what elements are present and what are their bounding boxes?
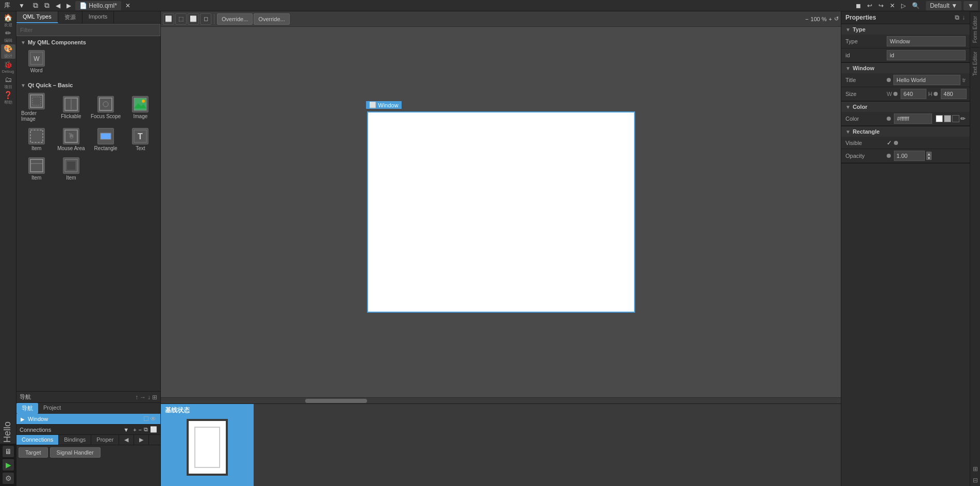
component-text[interactable]: T Text <box>124 125 157 154</box>
forward-btn[interactable]: ▶ <box>64 2 73 9</box>
color-section-header[interactable]: ▼ Color <box>841 102 970 112</box>
signal-handler-button[interactable]: Signal Handler <box>50 447 101 458</box>
vtool-project[interactable]: 🗂 项目 <box>1 75 15 90</box>
prop-input-id[interactable] <box>887 50 966 60</box>
menu-dropdown-arrow[interactable]: ▼ <box>16 2 27 9</box>
prop-input-type[interactable] <box>887 36 966 46</box>
component-word[interactable]: W Word <box>20 47 53 76</box>
zoom-out-btn[interactable]: − <box>805 16 808 22</box>
tab-resources[interactable]: 资源 <box>58 11 82 23</box>
zoom-in-btn[interactable]: + <box>829 16 832 22</box>
nav-arrow-up[interactable]: ↑ <box>135 394 138 401</box>
component-item[interactable]: Item <box>20 125 53 154</box>
override-btn-2[interactable]: Override... <box>254 13 289 25</box>
opacity-spin[interactable]: ▲ ▼ <box>926 152 932 160</box>
component-item2[interactable]: Item <box>20 155 53 183</box>
right-vtab-form-editor[interactable]: Form Editor <box>971 11 979 47</box>
component-image[interactable]: Image <box>124 90 157 124</box>
prop-visible-check[interactable]: ✓ <box>887 139 892 147</box>
monitor-icon[interactable]: 🖥 <box>3 446 14 457</box>
opacity-down[interactable]: ▼ <box>926 156 932 160</box>
component-item3[interactable]: Item <box>54 155 88 183</box>
menu-icon-2[interactable]: ⧉ <box>42 1 52 10</box>
prop-input-title[interactable] <box>893 75 960 85</box>
toolbar-icon-3[interactable]: ⬜ <box>188 13 199 25</box>
design-toolbar: ⬜ ⬚ ⬜ ◻ Override... Override... − 100 % … <box>161 11 841 27</box>
tab-imports[interactable]: Imports <box>82 11 114 23</box>
nav-arrow-down[interactable]: ↓ <box>147 394 151 401</box>
color-picker-btn[interactable]: ✏ <box>960 115 966 122</box>
window-frame[interactable] <box>367 111 635 313</box>
filter-input[interactable] <box>16 24 160 36</box>
build-btn[interactable]: ⚙ <box>3 473 14 484</box>
canvas-scrollbar-h[interactable] <box>161 397 841 403</box>
toolbar-icon-1[interactable]: ⬜ <box>163 13 174 25</box>
toolbar-icon-4[interactable]: ◻ <box>200 13 211 25</box>
opacity-up[interactable]: ▲ <box>926 152 932 156</box>
conn-header-icon1[interactable]: ⧉ <box>144 426 148 433</box>
window-section-header[interactable]: ▼ Window <box>841 63 970 73</box>
vtool-edit[interactable]: ✏ 编辑 <box>1 29 15 43</box>
vtool-design[interactable]: 🎨 设计 <box>1 44 15 59</box>
nav-window-checkbox[interactable]: ☐ <box>143 415 149 423</box>
conn-header-expand[interactable]: ▼ <box>123 427 129 433</box>
menu-item-lib[interactable]: 库 <box>2 1 12 10</box>
prop-input-opacity[interactable] <box>894 151 925 161</box>
qt-quick-basic-grid: Border Image Flickable <box>19 89 158 184</box>
nav-tab-navigator[interactable]: 导航 <box>16 403 38 414</box>
conn-tab-arrow2[interactable]: ▶ <box>134 435 149 445</box>
connections-body: Target Signal Handler <box>16 445 160 460</box>
target-button[interactable]: Target <box>19 447 48 458</box>
right-vtab-text-editor[interactable]: Text Editor <box>971 47 979 80</box>
color-swatch-white[interactable] <box>936 115 943 122</box>
component-border-image[interactable]: Border Image <box>20 90 53 124</box>
conn-tab-arrow[interactable]: ◀ <box>119 435 134 445</box>
prop-input-height[interactable] <box>941 89 967 99</box>
nav-tree-window[interactable]: ▶ Window ☐ 👁 <box>16 414 160 424</box>
prop-header-icon1[interactable]: ⧉ <box>954 13 960 22</box>
prop-input-width[interactable] <box>901 89 926 99</box>
preview-state-baseline[interactable]: 基线状态 <box>161 404 254 486</box>
right-vtab-icon1[interactable]: ⊞ <box>971 463 980 475</box>
type-section-header[interactable]: ▼ Type <box>841 24 970 35</box>
back-btn[interactable]: ◀ <box>54 2 62 9</box>
component-rectangle[interactable]: Rectangle <box>89 125 123 154</box>
component-mouse-area[interactable]: 🖱 Mouse Area <box>54 125 88 154</box>
conn-header-remove[interactable]: − <box>139 427 142 433</box>
conn-tab-proper[interactable]: Proper <box>91 435 119 445</box>
override-btn-1[interactable]: Override... <box>217 13 253 25</box>
component-flickable[interactable]: Flickable <box>54 90 88 124</box>
nav-tab-project[interactable]: Project <box>38 403 66 414</box>
nav-window-eye[interactable]: 👁 <box>150 415 156 423</box>
play-btn[interactable]: ▶ <box>3 459 14 471</box>
conn-tab-bindings[interactable]: Bindings <box>59 435 91 445</box>
vtool-debug[interactable]: 🐞 Debug <box>1 60 15 74</box>
rectangle-section-header[interactable]: ▼ Rectangle <box>841 126 970 137</box>
color-swatch-dark[interactable] <box>952 115 959 122</box>
build-config[interactable]: Default ▼ <box>926 1 961 10</box>
kit-selector[interactable]: ▼ <box>964 1 978 10</box>
vtool-welcome[interactable]: 🏠 欢迎 <box>1 13 15 28</box>
vtool-help[interactable]: ❓ 帮助 <box>1 91 15 105</box>
toolbar-icon-2[interactable]: ⬚ <box>175 13 187 25</box>
component-focus-scope[interactable]: Focus Scope <box>89 90 123 124</box>
canvas-area[interactable]: ⬜ Window <box>161 27 841 397</box>
qt-quick-basic-header[interactable]: ▼ Qt Quick – Basic <box>19 81 158 89</box>
menu-icon-1[interactable]: ⧉ <box>31 1 40 10</box>
close-file-btn[interactable]: ✕ <box>123 2 132 9</box>
file-tab[interactable]: 📄 Hello.qml* <box>75 1 121 10</box>
conn-header-add[interactable]: + <box>133 427 136 433</box>
zoom-fit-btn[interactable]: ↺ <box>834 15 839 22</box>
nav-arrow-expand[interactable]: ⊞ <box>152 394 157 401</box>
right-vtab-icon2[interactable]: ⊟ <box>971 475 980 486</box>
my-qml-components-header[interactable]: ▼ My QML Components <box>19 38 158 46</box>
conn-tab-connections[interactable]: Connections <box>16 435 59 445</box>
conn-header-icon2[interactable]: ⬜ <box>150 426 157 433</box>
prop-label-size: Size <box>845 91 887 97</box>
scrollbar-thumb-h[interactable] <box>305 399 367 403</box>
prop-input-color[interactable] <box>894 114 932 124</box>
prop-header-icon2[interactable]: ↓ <box>961 13 966 22</box>
color-swatch-gray[interactable] <box>944 115 951 122</box>
tab-qml-types[interactable]: QML Types <box>16 11 58 23</box>
nav-arrow-right[interactable]: → <box>140 394 146 401</box>
